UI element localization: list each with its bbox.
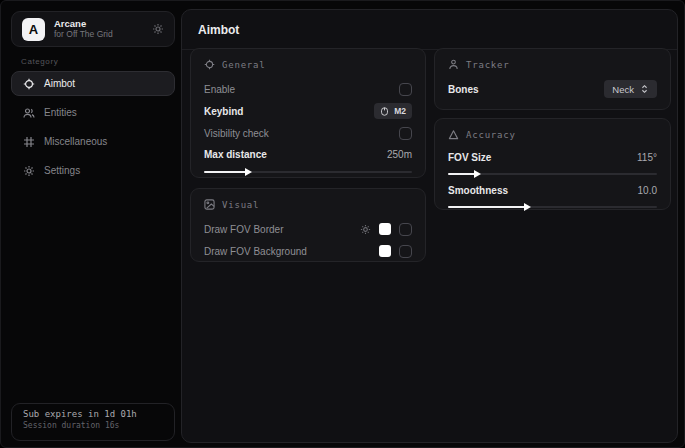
sidebar-item-label: Aimbot [44, 78, 75, 89]
max-distance-value: 250m [387, 149, 412, 160]
fov-size-value: 115° [637, 152, 657, 163]
fov-background-checkbox[interactable] [399, 245, 412, 258]
sidebar-item-label: Miscellaneous [44, 136, 107, 147]
fov-size-label: FOV Size [448, 152, 629, 163]
gear-icon[interactable] [360, 224, 371, 235]
sidebar-item-miscellaneous[interactable]: Miscellaneous [11, 129, 175, 154]
keybind-row: Keybind M2 [204, 100, 412, 122]
keybind-value: M2 [394, 106, 406, 116]
card-tracker: Tracker Bones Neck [434, 48, 671, 110]
main-header: Aimbot [182, 10, 677, 50]
gear-icon [23, 165, 35, 177]
visibility-row: Visibility check [204, 122, 412, 144]
fov-background-color-swatch[interactable] [379, 245, 391, 257]
angle-icon [448, 129, 459, 140]
smoothness-value: 10.0 [638, 185, 657, 196]
smoothness-label: Smoothness [448, 185, 630, 196]
category-label: Category [21, 57, 58, 66]
app-logo: A [22, 18, 45, 41]
gear-icon[interactable] [152, 23, 164, 35]
card-general: General Enable Keybind M2 Visibili [190, 48, 426, 178]
keybind-button[interactable]: M2 [374, 103, 412, 119]
page-title: Aimbot [198, 23, 239, 37]
bones-label: Bones [448, 84, 596, 95]
image-icon [204, 199, 215, 210]
bones-row: Bones Neck [448, 78, 657, 100]
sidebar: A Arcane for Off The Grid Category Aimbo… [1, 1, 181, 448]
sidebar-item-label: Settings [44, 165, 80, 176]
max-distance-row: Max distance 250m [204, 144, 412, 164]
crosshair-icon [204, 59, 215, 70]
users-icon [23, 107, 35, 119]
card-title: Accuracy [466, 130, 516, 140]
mouse-icon [380, 107, 389, 116]
visibility-checkbox[interactable] [399, 127, 412, 140]
sidebar-nav: Aimbot Entities Miscellaneous [11, 71, 175, 183]
session-duration-text: Session duration 16s [23, 421, 163, 430]
app-name: Arcane [54, 19, 143, 30]
smoothness-slider[interactable] [448, 206, 657, 208]
slider-thumb[interactable] [524, 203, 531, 211]
enable-label: Enable [204, 84, 391, 95]
fov-border-color-swatch[interactable] [379, 223, 391, 235]
keybind-label: Keybind [204, 106, 366, 117]
app-header: A Arcane for Off The Grid [11, 11, 175, 47]
max-distance-label: Max distance [204, 149, 379, 160]
person-icon [448, 59, 459, 70]
sidebar-item-settings[interactable]: Settings [11, 158, 175, 183]
bones-selected-value: Neck [612, 84, 634, 95]
visibility-label: Visibility check [204, 128, 391, 139]
card-title: Tracker [466, 60, 510, 70]
slider-thumb[interactable] [245, 168, 252, 176]
card-accuracy: Accuracy FOV Size 115° Smoothness 10.0 [434, 118, 671, 210]
fov-border-row: Draw FOV Border [204, 218, 412, 240]
main-panel: Aimbot General Enable Keybind [181, 9, 678, 443]
smoothness-row: Smoothness 10.0 [448, 181, 657, 199]
bones-dropdown[interactable]: Neck [604, 80, 657, 98]
selector-icon [640, 84, 649, 94]
card-title: Visual [222, 200, 259, 210]
sub-expiry-text: Sub expires in 1d 01h [23, 409, 163, 419]
enable-checkbox[interactable] [399, 83, 412, 96]
card-title: General [222, 60, 266, 70]
card-visual: Visual Draw FOV Border Draw FOV Backgrou… [190, 188, 426, 262]
sidebar-item-entities[interactable]: Entities [11, 100, 175, 125]
max-distance-slider[interactable] [204, 171, 412, 173]
fov-border-checkbox[interactable] [399, 223, 412, 236]
app-subtitle: for Off The Grid [54, 30, 143, 40]
fov-size-slider[interactable] [448, 173, 657, 175]
sidebar-item-label: Entities [44, 107, 77, 118]
subscription-info: Sub expires in 1d 01h Session duration 1… [11, 403, 175, 441]
sidebar-item-aimbot[interactable]: Aimbot [11, 71, 175, 96]
grid-icon [23, 136, 35, 148]
fov-background-row: Draw FOV Background [204, 240, 412, 262]
fov-background-label: Draw FOV Background [204, 246, 371, 257]
fov-size-row: FOV Size 115° [448, 148, 657, 166]
fov-border-label: Draw FOV Border [204, 224, 352, 235]
enable-row: Enable [204, 78, 412, 100]
slider-thumb[interactable] [474, 170, 481, 178]
crosshair-icon [23, 78, 35, 90]
app-window: A Arcane for Off The Grid Category Aimbo… [0, 0, 685, 448]
